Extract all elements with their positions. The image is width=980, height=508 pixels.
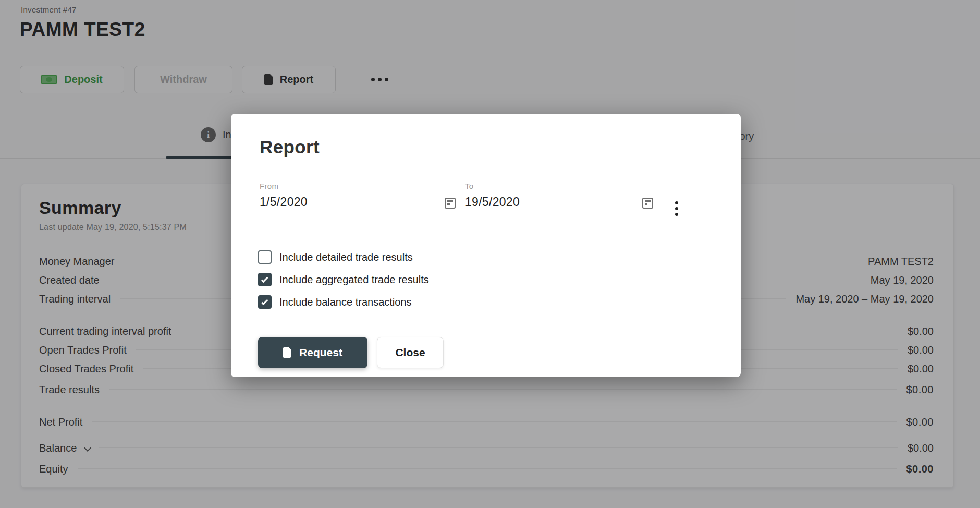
from-date-field[interactable]: From 1/5/2020 (260, 182, 458, 214)
close-button[interactable]: Close (377, 337, 444, 368)
request-button-label: Request (299, 346, 342, 359)
calendar-icon[interactable] (445, 198, 456, 209)
request-button[interactable]: Request (258, 337, 368, 368)
calendar-icon[interactable] (642, 198, 653, 209)
report-dialog: Report From 1/5/2020 To 19/5/2020 Includ… (231, 114, 741, 377)
dialog-actions: Request Close (258, 337, 444, 368)
to-date-value[interactable]: 19/5/2020 (465, 195, 655, 209)
checkbox[interactable] (258, 250, 272, 264)
checkmark-icon (261, 298, 268, 305)
checkbox[interactable] (258, 295, 272, 309)
checkbox-label: Include detailed trade results (279, 251, 413, 263)
checkbox-balance-transactions[interactable]: Include balance transactions (258, 295, 429, 309)
from-label: From (260, 182, 458, 190)
checkmark-icon (261, 276, 268, 283)
checkbox-label: Include aggregated trade results (279, 274, 429, 286)
to-date-field[interactable]: To 19/5/2020 (465, 182, 655, 214)
dialog-title: Report (260, 137, 320, 158)
document-icon (283, 347, 291, 358)
checkbox-label: Include balance transactions (279, 296, 412, 308)
report-options: Include detailed trade results Include a… (258, 250, 429, 309)
checkbox-detailed-trade-results[interactable]: Include detailed trade results (258, 250, 429, 264)
checkbox[interactable] (258, 273, 272, 286)
to-label: To (465, 182, 655, 190)
from-date-value[interactable]: 1/5/2020 (260, 195, 458, 209)
date-range-fields: From 1/5/2020 To 19/5/2020 (260, 182, 682, 218)
kebab-menu-icon[interactable] (671, 199, 682, 218)
checkbox-aggregated-trade-results[interactable]: Include aggregated trade results (258, 273, 429, 286)
